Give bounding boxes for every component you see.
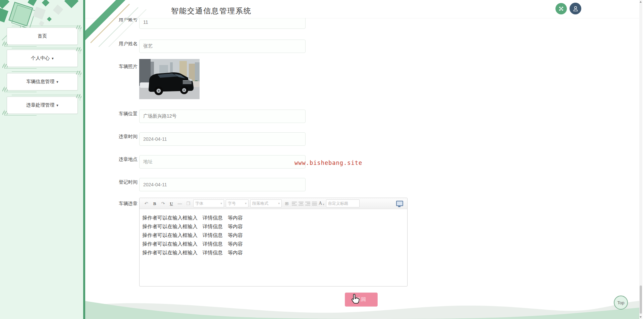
chevron-down-icon: ▾	[56, 104, 58, 107]
page-scrollbar[interactable]	[639, 0, 642, 319]
sidebar-item-label: 车辆信息管理	[26, 79, 54, 85]
scroll-to-top-button[interactable]: Top	[614, 296, 628, 310]
paragraph-format-select[interactable]: 段落格式 ▾	[250, 199, 282, 207]
scrollbar-thumb[interactable]	[640, 285, 642, 314]
align-justify-icon[interactable]	[312, 202, 317, 205]
register-time-label: 登记时间	[85, 179, 138, 185]
sidebar-item-label: 违章处理管理	[26, 102, 54, 108]
page-title: 智能交通信息管理系统	[85, 6, 337, 16]
violation-detail-label: 车辆违章	[85, 201, 138, 207]
violation-detail-page: 首页 个人中心 ▾ 车辆信息管理 ▾ 违章处理管理 ▾ 用户账号 用户姓名 车	[0, 0, 644, 319]
fullscreen-editor-icon[interactable]	[396, 201, 403, 206]
redo-icon[interactable]: ↷	[160, 201, 166, 206]
editor-line: 操作者可以在输入框输入 详情信息 等内容	[142, 240, 405, 248]
corner-tick	[2, 64, 8, 68]
font-color-icon[interactable]: A ▾	[319, 201, 324, 206]
vehicle-location-label: 车辆位置	[85, 111, 138, 117]
user-icon	[572, 5, 579, 12]
strikethrough-icon[interactable]: —	[176, 201, 183, 206]
back-button-label: 返回	[356, 297, 367, 303]
sidebar-item-personal-center[interactable]: 个人中心 ▾	[7, 50, 78, 67]
align-left-icon[interactable]	[292, 202, 297, 205]
font-size-select[interactable]: 字号 ▾	[226, 199, 249, 207]
vehicle-photo-label: 车辆照片	[85, 64, 138, 70]
rich-text-editor: ↶ B ↷ U — ❐ 字体 ▾ 字号 ▾ 段落格式 ▾ ⊞	[139, 198, 408, 286]
top-button-label: Top	[618, 300, 625, 305]
sidebar: 首页 个人中心 ▾ 车辆信息管理 ▾ 违章处理管理 ▾	[0, 0, 83, 319]
table-icon[interactable]: ⊞	[283, 201, 290, 206]
custom-style-select[interactable]: 自定义标题	[326, 199, 360, 207]
sidebar-item-label: 个人中心	[31, 55, 50, 61]
editor-line: 操作者可以在输入框输入 详情信息 等内容	[142, 248, 405, 257]
underline-icon[interactable]: U	[168, 201, 175, 206]
custom-style-select-label: 自定义标题	[328, 201, 348, 206]
font-family-select[interactable]: 字体 ▾	[193, 199, 224, 207]
chevron-down-icon: ▾	[323, 203, 324, 206]
editor-line: 操作者可以在输入框输入 详情信息 等内容	[142, 231, 405, 240]
sidebar-item-violation-management[interactable]: 违章处理管理 ▾	[7, 97, 78, 114]
editor-line: 操作者可以在输入框输入 详情信息 等内容	[142, 222, 405, 231]
vehicle-location-field[interactable]	[139, 110, 306, 123]
user-avatar-button[interactable]	[570, 3, 581, 14]
vehicle-photo	[139, 59, 200, 99]
user-name-field[interactable]	[139, 40, 306, 53]
corner-tick	[2, 87, 8, 91]
scrollbar-up-arrow[interactable]	[640, 1, 642, 3]
register-time-field[interactable]	[139, 178, 306, 191]
sidebar-accent-strip	[83, 0, 85, 319]
align-right-icon[interactable]	[305, 202, 310, 205]
copy-icon[interactable]: ❐	[185, 201, 192, 206]
editor-toolbar: ↶ B ↷ U — ❐ 字体 ▾ 字号 ▾ 段落格式 ▾ ⊞	[140, 198, 407, 209]
editor-line: 操作者可以在输入框输入 详情信息 等内容	[142, 213, 405, 222]
back-button[interactable]: 返回	[345, 293, 378, 307]
font-color-letter: A	[319, 201, 322, 206]
undo-icon[interactable]: ↶	[143, 201, 150, 206]
sidebar-decoration-pattern	[0, 0, 83, 54]
scrollbar-down-arrow[interactable]	[640, 316, 642, 318]
chevron-down-icon: ▾	[278, 202, 280, 205]
sidebar-item-label: 首页	[38, 33, 47, 39]
watermark-text: www.bishebang.site	[294, 160, 362, 166]
user-name-label: 用户姓名	[85, 41, 138, 47]
sidebar-item-home[interactable]: 首页	[7, 27, 78, 45]
font-size-select-label: 字号	[228, 201, 236, 206]
chevron-down-icon: ▾	[220, 202, 222, 205]
violation-place-label: 违章地点	[85, 156, 138, 163]
corner-tick	[76, 94, 82, 98]
violation-time-field[interactable]	[139, 132, 306, 146]
violation-place-field[interactable]	[139, 155, 306, 169]
vehicle-photo-image	[139, 59, 200, 99]
fullscreen-arrows-icon	[558, 5, 565, 12]
sidebar-item-vehicle-info[interactable]: 车辆信息管理 ▾	[7, 73, 78, 90]
corner-tick	[76, 71, 82, 75]
chevron-down-icon: ▾	[52, 57, 54, 60]
violation-time-label: 违章时间	[85, 134, 138, 140]
fullscreen-button[interactable]	[555, 3, 567, 14]
bold-icon[interactable]: B	[151, 201, 158, 206]
paragraph-format-select-label: 段落格式	[252, 201, 268, 206]
chevron-down-icon: ▾	[56, 80, 58, 84]
font-family-select-label: 字体	[195, 201, 203, 206]
editor-content[interactable]: 操作者可以在输入框输入 详情信息 等内容 操作者可以在输入框输入 详情信息 等内…	[140, 209, 407, 286]
corner-tick	[2, 111, 8, 115]
align-center-icon[interactable]	[299, 202, 304, 205]
chevron-down-icon: ▾	[245, 202, 247, 205]
